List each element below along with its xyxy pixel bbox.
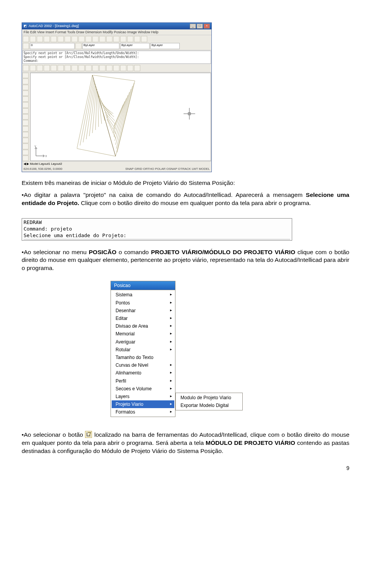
menu-item-alinhamento[interactable]: Alinhamento bbox=[112, 369, 174, 377]
menu-bar[interactable]: File Edit View Insert Format Tools Draw … bbox=[22, 29, 211, 35]
toolbars-2 bbox=[22, 64, 211, 72]
app-icon: ◩ bbox=[24, 24, 27, 28]
toolbar-button[interactable] bbox=[23, 36, 29, 42]
figure-autocad-window: ◩ AutoCAD 2002 - [Drawing1.dwg] _ □ × Fi… bbox=[22, 22, 349, 172]
status-toggles[interactable]: SNAP GRID ORTHO POLAR OSNAP OTRACK LWT M… bbox=[125, 167, 210, 171]
menu-item-desenhar[interactable]: Desenhar bbox=[112, 307, 174, 315]
page-number: 9 bbox=[22, 465, 349, 472]
toolbar-button[interactable] bbox=[23, 65, 29, 71]
toolbar-button[interactable] bbox=[58, 36, 64, 42]
menu-item-formatos[interactable]: Formatos bbox=[112, 408, 174, 416]
menu-item-perfil[interactable]: Perfil bbox=[112, 377, 174, 385]
model-tabs[interactable]: ◀ ▶ Model Layout1 Layout2 bbox=[22, 161, 211, 167]
toolbar-button[interactable] bbox=[71, 36, 78, 42]
menu-item-layers[interactable]: Layers bbox=[112, 393, 174, 400]
toolbar-button[interactable] bbox=[51, 36, 57, 42]
submenu-item-exportar[interactable]: Exportar Modelo Digital bbox=[177, 402, 242, 409]
toolbar-button[interactable] bbox=[37, 36, 43, 42]
toolbar-button[interactable] bbox=[22, 96, 29, 102]
toolbar-button[interactable] bbox=[127, 36, 133, 42]
menu-item-sistema[interactable]: Sistema bbox=[112, 291, 174, 299]
toolbar-button[interactable] bbox=[22, 73, 29, 78]
toolbar-button[interactable] bbox=[106, 65, 112, 71]
drawing-canvas[interactable]: X Y bbox=[30, 73, 211, 161]
max-button[interactable]: □ bbox=[197, 24, 203, 29]
toolbar-button[interactable] bbox=[51, 65, 57, 71]
menu-item-secoes-volume[interactable]: Secoes e Volume bbox=[112, 385, 174, 393]
toolbar-button[interactable] bbox=[58, 65, 64, 71]
paragraph-2: •Ao selecionar no menu POSICÃO o comando… bbox=[22, 248, 349, 273]
window-title: AutoCAD 2002 - [Drawing1.dwg] bbox=[29, 24, 79, 28]
status-bar: 624.6188, 538.0296, 0.0000 SNAP GRID ORT… bbox=[22, 167, 211, 172]
toolbar-button[interactable] bbox=[99, 65, 106, 71]
toolbar-button[interactable] bbox=[120, 65, 126, 71]
submenu-item-modulo[interactable]: Modulo de Projeto Viario bbox=[177, 394, 242, 402]
toolbar-button[interactable] bbox=[78, 36, 85, 42]
min-button[interactable]: _ bbox=[190, 24, 196, 29]
toolbar-button[interactable] bbox=[141, 36, 147, 42]
toolbar-button[interactable] bbox=[127, 65, 133, 71]
cmd-line: Selecione uma entidade do Projeto: bbox=[24, 232, 290, 239]
toolbar-button[interactable] bbox=[120, 36, 126, 42]
toolbar-button[interactable] bbox=[30, 65, 36, 71]
toolbar-button[interactable] bbox=[22, 144, 29, 149]
svg-text:Y: Y bbox=[34, 145, 36, 148]
toolbar-button[interactable] bbox=[37, 65, 43, 71]
toolbar-button[interactable] bbox=[22, 91, 29, 96]
combo[interactable]: ByLayer bbox=[150, 43, 180, 49]
toolbar-button[interactable] bbox=[23, 43, 29, 49]
toolbar-button[interactable] bbox=[71, 65, 78, 71]
menu-item-averiguar[interactable]: Averiguar bbox=[112, 338, 174, 346]
layer-combo[interactable]: 0 bbox=[30, 43, 75, 49]
toolbar-button[interactable] bbox=[22, 126, 29, 132]
toolbar-button[interactable] bbox=[113, 65, 119, 71]
menu-item-pontos[interactable]: Pontos bbox=[112, 299, 174, 307]
toolbar-button[interactable] bbox=[22, 138, 29, 143]
menu-item-memorial[interactable]: Memorial bbox=[112, 330, 174, 338]
command-window[interactable]: REDRAW Command: projeto Selecione uma en… bbox=[22, 218, 292, 241]
toolbar-button[interactable] bbox=[30, 36, 36, 42]
toolbar-button[interactable] bbox=[22, 114, 29, 120]
toolbar-button[interactable] bbox=[113, 36, 119, 42]
style-combo[interactable]: ByLayer bbox=[82, 43, 119, 49]
toolbar-button[interactable] bbox=[22, 150, 29, 155]
autocad-window: ◩ AutoCAD 2002 - [Drawing1.dwg] _ □ × Fi… bbox=[22, 22, 212, 172]
toolbar-button[interactable] bbox=[22, 120, 29, 125]
terrain-drawing bbox=[77, 75, 139, 157]
toolbar-button[interactable] bbox=[22, 132, 29, 137]
toolbar-button[interactable] bbox=[75, 43, 82, 49]
toolbar-button[interactable] bbox=[99, 36, 106, 42]
coords: 624.6188, 538.0296, 0.0000 bbox=[24, 167, 62, 171]
toolbar-button[interactable] bbox=[65, 36, 71, 42]
menu-item-rotular[interactable]: Rotular bbox=[112, 346, 174, 354]
menu-item-projeto-viario[interactable]: Projeto Viario bbox=[112, 400, 174, 408]
left-toolbar bbox=[22, 72, 30, 161]
toolbar-button[interactable] bbox=[44, 65, 50, 71]
toolbar-button[interactable] bbox=[134, 36, 140, 42]
menu-title[interactable]: Posicao bbox=[111, 281, 175, 290]
toolbar-button[interactable] bbox=[22, 108, 29, 114]
combo[interactable]: ByLayer bbox=[120, 43, 150, 49]
close-button[interactable]: × bbox=[204, 24, 210, 29]
menu-item-editar[interactable]: Editar bbox=[112, 315, 174, 322]
toolbar-button[interactable] bbox=[92, 36, 99, 42]
menu-item-tamanho-texto[interactable]: Tamanho do Texto bbox=[112, 354, 174, 361]
toolbar-button[interactable] bbox=[22, 102, 29, 108]
toolbar-button[interactable] bbox=[134, 65, 140, 71]
menu-item-divisao[interactable]: Divisao de Area bbox=[112, 322, 174, 330]
cmd-line: Specify next point or [Arc/Close/Halfwid… bbox=[24, 55, 210, 59]
menu-item-curvas-nivel[interactable]: Curvas de Nivel bbox=[112, 361, 174, 369]
toolbar-button[interactable] bbox=[22, 156, 29, 161]
posicao-menu: Sistema Pontos Desenhar Editar Divisao d… bbox=[111, 290, 175, 417]
toolbar-button[interactable] bbox=[106, 36, 112, 42]
projeto-viario-toolbar-icon bbox=[85, 431, 92, 438]
toolbar-button[interactable] bbox=[65, 65, 71, 71]
toolbar-button[interactable] bbox=[78, 65, 85, 71]
toolbar-button[interactable] bbox=[22, 85, 29, 90]
cmd-line[interactable]: Command: bbox=[24, 59, 210, 63]
toolbar-button[interactable] bbox=[22, 79, 29, 84]
toolbar-button[interactable] bbox=[44, 36, 50, 42]
toolbar-button[interactable] bbox=[92, 65, 99, 71]
toolbar-button[interactable] bbox=[85, 65, 92, 71]
toolbar-button[interactable] bbox=[85, 36, 92, 42]
